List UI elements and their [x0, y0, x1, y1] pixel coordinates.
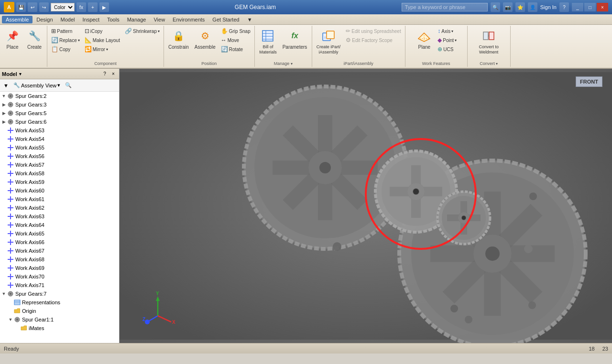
- shrinkwrap-button[interactable]: 🔗 Shrinkwrap ▾: [123, 27, 162, 35]
- tree-item-work-axis-68[interactable]: Work Axis68: [0, 255, 119, 264]
- tree-item-work-axis-64[interactable]: Work Axis64: [0, 221, 119, 229]
- tree-item-work-axis-57[interactable]: Work Axis57: [0, 161, 119, 169]
- menu-manage[interactable]: Manage: [123, 16, 150, 23]
- copy-label: Copy: [59, 47, 70, 52]
- edit-factory-button[interactable]: ⚙ Edit Factory Scope: [344, 36, 403, 44]
- arrow-btn[interactable]: ▶: [99, 2, 109, 12]
- move-button[interactable]: ↔ Move: [219, 36, 252, 44]
- menu-expand[interactable]: ▼: [243, 16, 256, 23]
- viewport[interactable]: FRONT X Y Z: [120, 69, 612, 343]
- search-tree-btn[interactable]: 🔍: [64, 81, 73, 89]
- panel-close-btn[interactable]: ×: [109, 70, 117, 78]
- rotate-button[interactable]: 🔄 Rotate: [219, 45, 252, 54]
- tree-item-spur-gear-1-1[interactable]: ▼Spur Gear1:1: [0, 315, 119, 324]
- tree-item-work-axis-70[interactable]: Work Axis70: [0, 272, 119, 281]
- bom-icon: [260, 28, 275, 43]
- maximize-btn[interactable]: □: [584, 3, 596, 11]
- icopy-label: iCopy: [90, 29, 103, 34]
- pattern-button[interactable]: ⊞ Pattern: [49, 27, 82, 35]
- constrain-button[interactable]: 🔒 Constrain: [166, 27, 191, 51]
- plane-button[interactable]: Plane: [414, 27, 435, 51]
- menu-design[interactable]: Design: [33, 16, 56, 23]
- user-btn[interactable]: 👤: [528, 2, 537, 12]
- model-dropdown-icon[interactable]: ▾: [19, 72, 22, 76]
- tree-item-work-axis-69[interactable]: Work Axis69: [0, 264, 119, 272]
- gear-viewport-svg: [120, 69, 612, 343]
- close-btn[interactable]: ×: [597, 3, 608, 11]
- svg-point-20: [10, 112, 11, 114]
- tree-icon-gear: [7, 101, 14, 108]
- convert-weldment-button[interactable]: Convert toWeldment: [476, 27, 501, 56]
- tree-item-spur-gears-6[interactable]: ▶Spur Gears:6: [0, 118, 119, 126]
- fx-btn[interactable]: fx: [76, 2, 86, 12]
- make-layout-button[interactable]: 📐 Make Layout: [83, 36, 122, 44]
- create-button[interactable]: 🔧 Create: [24, 27, 45, 51]
- ucs-button[interactable]: ⊕ UCS: [436, 45, 459, 54]
- signin-label[interactable]: Sign In: [540, 4, 557, 10]
- tree-expander: [1, 222, 7, 228]
- tree-item-work-axis-60[interactable]: Work Axis60: [0, 186, 119, 195]
- menu-tools[interactable]: Tools: [103, 16, 123, 23]
- icopy-button[interactable]: ⊡ iCopy: [83, 27, 122, 35]
- assemble-button[interactable]: ⚙ Assemble: [192, 27, 218, 51]
- tree-item-work-axis-55[interactable]: Work Axis55: [0, 143, 119, 152]
- tree-item-work-axis-63[interactable]: Work Axis63: [0, 212, 119, 221]
- tree-icon-axis: [7, 247, 14, 255]
- axis-button[interactable]: ↕ Axis ▾: [436, 27, 459, 35]
- tree-item-work-axis-67[interactable]: Work Axis67: [0, 246, 119, 255]
- edit-factory-label: Edit Factory Scope: [352, 38, 392, 43]
- search-input[interactable]: [402, 3, 488, 11]
- tree-item-work-axis-71[interactable]: Work Axis71: [0, 281, 119, 289]
- grip-snap-button[interactable]: ✋ Grip Snap: [219, 27, 252, 35]
- menu-view[interactable]: View: [150, 16, 169, 23]
- tree-item-work-axis-62[interactable]: Work Axis62: [0, 203, 119, 212]
- menu-model[interactable]: Model: [57, 16, 79, 23]
- help-btn[interactable]: ?: [559, 2, 569, 12]
- tree-item-work-axis-65[interactable]: Work Axis65: [0, 229, 119, 238]
- place-button[interactable]: 📌 Place: [2, 27, 23, 51]
- tree-item-representations[interactable]: Representations: [0, 298, 119, 307]
- star-btn[interactable]: ⭐: [515, 2, 525, 12]
- copy-button[interactable]: 📋 Copy: [49, 45, 82, 54]
- tree-item-work-axis-56[interactable]: Work Axis56: [0, 152, 119, 161]
- tree-item-work-axis-61[interactable]: Work Axis61: [0, 195, 119, 203]
- tree-item-spur-gears-7[interactable]: ▼Spur Gears:7: [0, 289, 119, 298]
- tree-item-spur-gears-3[interactable]: ▶Spur Gears:3: [0, 100, 119, 109]
- tree-label: Work Axis67: [15, 248, 44, 254]
- menu-inspect[interactable]: Inspect: [79, 16, 103, 23]
- mirror-button[interactable]: 🔁 Mirror ▾: [83, 45, 122, 54]
- search-btn[interactable]: 🔍: [491, 2, 500, 12]
- edit-spreadsheet-button[interactable]: ✏ Edit using Spreadsheet: [344, 27, 403, 35]
- tree-item-work-axis-58[interactable]: Work Axis58: [0, 169, 119, 178]
- undo-btn[interactable]: ↩: [28, 2, 37, 12]
- replace-button[interactable]: 🔄 Replace ▾: [49, 36, 82, 44]
- menu-environments[interactable]: Environments: [169, 16, 208, 23]
- tree-item-work-axis-53[interactable]: Work Axis53: [0, 126, 119, 135]
- plus-btn[interactable]: +: [88, 2, 98, 12]
- tree-item-origin[interactable]: Origin: [0, 307, 119, 315]
- color-select[interactable]: Color: [51, 3, 75, 11]
- redo-btn[interactable]: ↪: [39, 2, 49, 12]
- tree-item-spur-gears-5[interactable]: ▶Spur Gears:5: [0, 109, 119, 118]
- tree-item-spur-gears-2[interactable]: ▼Spur Gears:2: [0, 92, 119, 100]
- minimize-btn[interactable]: _: [572, 3, 583, 11]
- tree-item-work-axis-54[interactable]: Work Axis54: [0, 135, 119, 143]
- point-dropdown: ▾: [455, 38, 457, 43]
- create-ipart-button[interactable]: i Create iPart/iAssembly: [314, 27, 343, 56]
- tree-expander: [1, 136, 7, 142]
- menu-assemble[interactable]: Assemble: [2, 16, 33, 23]
- quick-access-btn[interactable]: 💾: [16, 2, 26, 12]
- tree-expander: [14, 325, 20, 331]
- menu-get-started[interactable]: Get Started: [208, 16, 243, 23]
- point-button[interactable]: ◆ Point ▾: [436, 36, 459, 44]
- tree-item-imates[interactable]: iMates: [0, 324, 119, 332]
- tree-item-work-axis-66[interactable]: Work Axis66: [0, 238, 119, 246]
- tree-item-work-axis-59[interactable]: Work Axis59: [0, 178, 119, 186]
- assembly-view-btn[interactable]: 🔧 Assembly View ▾: [12, 81, 62, 89]
- filter-btn[interactable]: ▼: [2, 82, 10, 89]
- panel-help-btn[interactable]: ?: [101, 70, 109, 78]
- camera-btn[interactable]: 📷: [503, 2, 513, 12]
- bom-button[interactable]: Bill ofMaterials: [257, 27, 279, 56]
- menubar: Assemble Design Model Inspect Tools Mana…: [0, 14, 612, 25]
- parameters-button[interactable]: fx Parameters: [280, 27, 310, 51]
